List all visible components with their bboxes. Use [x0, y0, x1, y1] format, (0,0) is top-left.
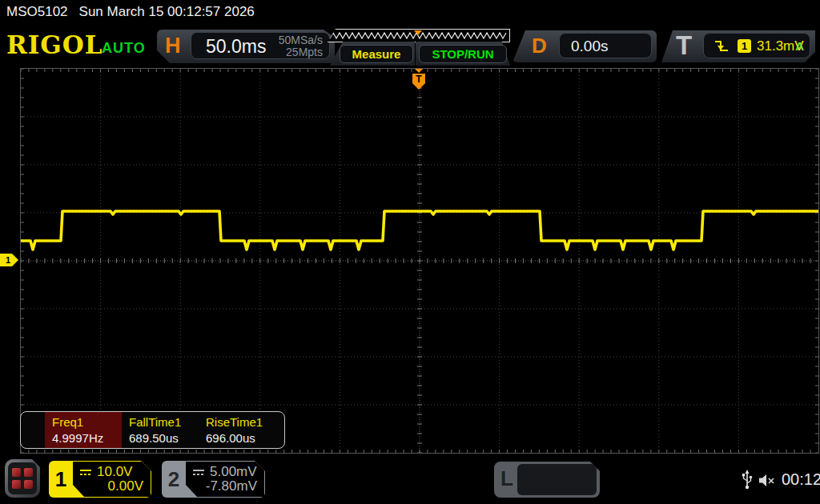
measurement-spacer — [21, 412, 45, 448]
trigger-position-marker-icon[interactable]: T — [411, 68, 427, 92]
measurement-label: RiseTime1 — [206, 415, 275, 429]
timebase-value: 50.0ms — [206, 36, 266, 58]
delay-label: D — [532, 34, 547, 58]
measure-button[interactable]: Measure — [340, 45, 413, 63]
preview-waveform-icon — [328, 30, 508, 41]
apps-grid-icon — [8, 462, 37, 494]
trigger-label: T — [676, 30, 692, 61]
trigger-source-badge: 1 — [738, 39, 751, 53]
usb-icon — [741, 470, 754, 490]
model-name: MSO5102 — [6, 4, 68, 20]
horizontal-settings-block[interactable]: H 50.0ms 50MSa/s 25Mpts — [157, 30, 335, 63]
speaker-muted-icon[interactable] — [758, 474, 777, 487]
sample-rate: 50MSa/s 25Mpts — [279, 34, 323, 58]
channel1-ground-marker-icon[interactable]: 1 — [0, 252, 19, 268]
channel2-number: 2 — [162, 461, 186, 498]
trigger-settings-block[interactable]: T 1 31.3mV A — [661, 30, 815, 62]
logic-label: L — [500, 466, 513, 491]
measurement-value: 689.50us — [129, 431, 199, 445]
measurement-freq1[interactable]: Freq1 4.9997Hz — [45, 412, 122, 448]
logic-channel-list: 0 1 2 3 4 5 6 7 8 9 1011 12131415 — [517, 464, 597, 495]
logic-analyzer-block[interactable]: L 0 1 2 3 4 5 6 7 8 9 1011 12131415 — [494, 462, 600, 498]
channel1-offset: 0.00V — [108, 478, 143, 494]
channel2-offset: -7.80mV — [206, 478, 257, 494]
delay-settings-block[interactable]: D 0.00s — [512, 30, 657, 62]
clock: 00:12 — [782, 470, 820, 489]
dc-coupling-icon — [192, 468, 205, 477]
acquisition-mode-label: AUTO — [102, 40, 146, 57]
channel1-values: 10.0V 0.00V — [73, 462, 151, 497]
channel1-scale: 10.0V — [97, 464, 132, 480]
trigger-sweep-mode: A — [795, 39, 804, 53]
trigger-inset: 1 31.3mV A — [703, 33, 810, 58]
measurement-label: Freq1 — [52, 415, 122, 429]
dc-coupling-icon — [79, 468, 92, 477]
datetime: Sun March 15 00:12:57 2026 — [79, 4, 255, 20]
svg-text:1: 1 — [6, 255, 10, 265]
channel2-status-block[interactable]: 2 5.00mV -7.80mV — [162, 461, 265, 498]
waveform-display — [20, 68, 819, 454]
measurement-falltime1[interactable]: FallTime1 689.50us — [122, 412, 199, 448]
falling-edge-icon — [713, 38, 730, 54]
horizontal-inset: 50.0ms 50MSa/s 25Mpts — [191, 32, 330, 59]
channel1-status-block[interactable]: 1 10.0V 0.00V — [49, 461, 151, 498]
channel2-scale: 5.00mV — [210, 464, 257, 480]
measurement-value: 4.9997Hz — [52, 431, 122, 445]
measurement-results-panel[interactable]: Freq1 4.9997Hz FallTime1 689.50us RiseTi… — [20, 411, 285, 449]
delay-value: 0.00s — [571, 38, 608, 55]
channel1-number: 1 — [49, 461, 73, 498]
measurement-label: FallTime1 — [129, 415, 199, 429]
measurement-value: 696.00us — [206, 431, 275, 445]
delay-inset: 0.00s — [559, 33, 652, 58]
logic-row1: 0 1 2 3 4 5 6 7 — [517, 494, 597, 504]
svg-text:T: T — [416, 74, 422, 85]
stop-run-button[interactable]: STOP/RUN — [419, 45, 507, 63]
channel2-values: 5.00mV -7.80mV — [186, 462, 264, 497]
horizontal-label: H — [165, 34, 181, 58]
measurement-risetime1[interactable]: RiseTime1 696.00us — [199, 412, 275, 448]
apps-menu-button[interactable] — [5, 459, 40, 498]
waveform-preview-bar[interactable] — [328, 29, 510, 42]
rigol-logo: RIGOL — [6, 30, 103, 59]
oscilloscope-screen: MSO5102 Sun March 15 00:12:57 2026 RIGOL… — [0, 0, 820, 504]
titlebar: MSO5102 Sun March 15 00:12:57 2026 — [0, 0, 820, 24]
